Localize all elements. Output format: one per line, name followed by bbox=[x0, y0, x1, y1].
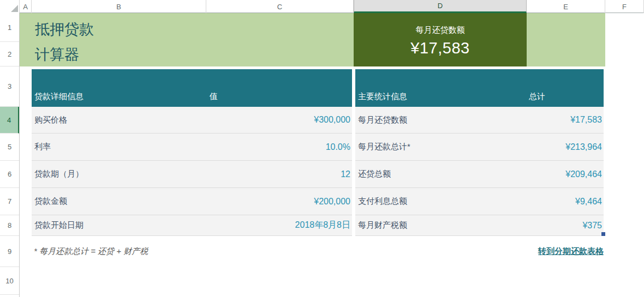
row-value-cell[interactable]: ¥213,964 bbox=[565, 142, 602, 152]
table-row[interactable]: 每月财产税额 ¥375 bbox=[355, 215, 604, 236]
table-row[interactable]: 每月还款总计* ¥213,964 bbox=[355, 134, 604, 161]
column-header-F[interactable]: F bbox=[605, 0, 644, 13]
row-value-cell[interactable]: ¥375 bbox=[582, 221, 602, 231]
row-value-cell[interactable]: ¥17,583 bbox=[570, 115, 602, 125]
column-header-D-selected[interactable]: D bbox=[354, 0, 527, 13]
stats-header-title: 主要统计信息 bbox=[358, 92, 407, 102]
row-value-cell[interactable]: ¥300,000 bbox=[314, 115, 350, 125]
select-all-triangle-icon bbox=[11, 5, 18, 12]
row-header-7[interactable]: 7 bbox=[0, 188, 19, 215]
table-resize-handle-icon[interactable] bbox=[601, 232, 605, 236]
row-label-cell[interactable]: 贷款金额 bbox=[34, 196, 67, 207]
spreadsheet: A B C D E F 1 2 3 4 5 6 7 8 9 10 抵押贷款 计算… bbox=[0, 0, 644, 297]
column-header-A[interactable]: A bbox=[20, 0, 32, 13]
column-header-C[interactable]: C bbox=[206, 0, 354, 13]
row-value-cell[interactable]: 12 bbox=[341, 169, 350, 179]
select-all-corner[interactable] bbox=[0, 0, 20, 13]
row-label-cell[interactable]: 购买价格 bbox=[34, 115, 67, 125]
row-value-cell[interactable]: ¥9,464 bbox=[575, 197, 602, 207]
row-header-1[interactable]: 1 bbox=[0, 13, 19, 42]
loan-details-header-value-col: 值 bbox=[210, 92, 218, 102]
row-value-cell[interactable]: 10.0% bbox=[326, 142, 350, 152]
stats-table-body: 每月还贷数额 ¥17,583 每月还款总计* ¥213,964 还贷总额 ¥20… bbox=[355, 107, 604, 236]
row-header-strip: 1 2 3 4 5 6 7 8 9 10 bbox=[0, 13, 20, 297]
row-header-3[interactable]: 3 bbox=[0, 66, 19, 107]
monthly-payment-value: ¥17,583 bbox=[410, 39, 469, 57]
row-value-cell[interactable]: ¥200,000 bbox=[314, 197, 350, 207]
page-title-line2: 计算器 bbox=[35, 42, 94, 67]
table-row[interactable]: 每月还贷数额 ¥17,583 bbox=[355, 107, 604, 134]
column-header-E[interactable]: E bbox=[527, 0, 605, 13]
table-row[interactable]: 贷款金额 ¥200,000 bbox=[32, 188, 352, 215]
row-label-cell[interactable]: 每月财产税额 bbox=[358, 220, 407, 231]
loan-details-table-header[interactable]: 贷款详细信息 值 bbox=[32, 69, 352, 107]
row-label-cell[interactable]: 支付利息总额 bbox=[358, 196, 407, 207]
table-row[interactable]: 购买价格 ¥300,000 bbox=[32, 107, 352, 134]
page-title: 抵押贷款 计算器 bbox=[35, 17, 94, 67]
column-header-B[interactable]: B bbox=[32, 0, 206, 13]
table-row[interactable]: 利率 10.0% bbox=[32, 134, 352, 161]
table-row[interactable]: 贷款开始日期 2018年8月8日 bbox=[32, 215, 352, 236]
monthly-payment-label: 每月还贷数额 bbox=[416, 25, 465, 35]
stats-table-header[interactable]: 主要统计信息 总计 bbox=[355, 69, 604, 107]
table-row[interactable]: 支付利息总额 ¥9,464 bbox=[355, 188, 604, 215]
row-label-cell[interactable]: 贷款期（月） bbox=[34, 169, 84, 179]
row-header-9[interactable]: 9 bbox=[0, 236, 19, 267]
row-label-cell[interactable]: 每月还款总计* bbox=[358, 142, 410, 152]
row-value-cell[interactable]: 2018年8月8日 bbox=[295, 220, 350, 231]
row-header-8[interactable]: 8 bbox=[0, 215, 19, 236]
column-header-strip: A B C D E F bbox=[0, 0, 644, 13]
stats-header-value-col: 总计 bbox=[529, 92, 545, 102]
row-header-2[interactable]: 2 bbox=[0, 42, 19, 66]
row-label-cell[interactable]: 贷款开始日期 bbox=[34, 220, 84, 231]
row-label-cell[interactable]: 利率 bbox=[34, 142, 51, 152]
amortization-schedule-link[interactable]: 转到分期还款表格 bbox=[538, 236, 604, 267]
page-title-line1: 抵押贷款 bbox=[35, 17, 94, 42]
row-header-5[interactable]: 5 bbox=[0, 134, 19, 161]
table-row[interactable]: 贷款期（月） 12 bbox=[32, 161, 352, 188]
monthly-payment-box-cell[interactable]: 每月还贷数额 ¥17,583 bbox=[354, 13, 527, 66]
row-header-6[interactable]: 6 bbox=[0, 161, 19, 188]
row-header-10[interactable]: 10 bbox=[0, 267, 19, 295]
loan-details-header-title: 贷款详细信息 bbox=[34, 92, 84, 102]
row-header-4-selected[interactable]: 4 bbox=[0, 107, 19, 134]
footnote-cell: * 每月还款总计 = 还贷 + 财产税 bbox=[34, 236, 339, 267]
table-row[interactable]: 还贷总额 ¥209,464 bbox=[355, 161, 604, 188]
row-value-cell[interactable]: ¥209,464 bbox=[565, 169, 602, 179]
row-label-cell[interactable]: 还贷总额 bbox=[358, 169, 391, 179]
loan-details-table-body: 购买价格 ¥300,000 利率 10.0% 贷款期（月） 12 贷款金额 ¥2… bbox=[32, 107, 352, 236]
row-label-cell[interactable]: 每月还贷数额 bbox=[358, 115, 407, 125]
